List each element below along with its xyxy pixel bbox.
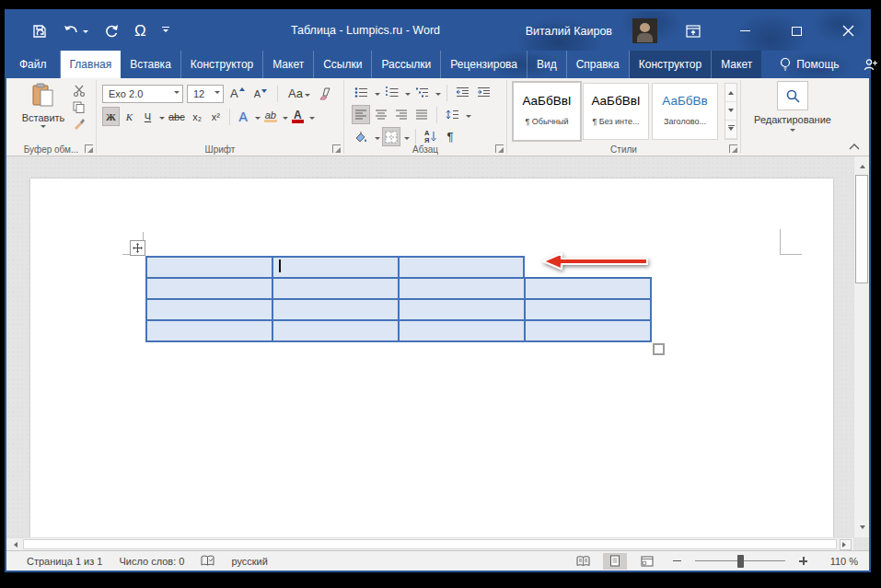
tab-layout[interactable]: Макет [263, 51, 314, 78]
clipboard-dialog-launcher[interactable] [85, 144, 93, 153]
table-move-handle[interactable] [130, 240, 145, 256]
editing-group-button[interactable]: Редактирование [741, 81, 844, 134]
shrink-font-button[interactable]: А [251, 84, 270, 103]
table-cell[interactable] [272, 256, 400, 279]
table-cell[interactable] [524, 277, 652, 300]
align-center-button[interactable] [372, 105, 390, 124]
status-word-count[interactable]: Число слов: 0 [119, 556, 184, 567]
tab-insert[interactable]: Вставка [121, 51, 181, 78]
styles-more-button[interactable] [725, 121, 736, 139]
subscript-button[interactable]: x₂ [189, 107, 206, 126]
scroll-down-button[interactable] [855, 522, 869, 536]
table-cell[interactable] [145, 277, 273, 300]
style-card-heading[interactable]: АаБбВв Заголово... [652, 83, 718, 140]
italic-button[interactable]: К [121, 107, 138, 126]
paste-button[interactable]: Вставить [19, 83, 67, 131]
table-cell[interactable] [145, 319, 273, 342]
table-cell[interactable] [272, 277, 400, 300]
numbering-dropdown-arrow[interactable] [405, 93, 411, 98]
tab-view[interactable]: Вид [527, 51, 567, 78]
underline-dropdown-arrow[interactable] [159, 117, 165, 122]
table-resize-handle[interactable] [653, 343, 665, 355]
horizontal-scrollbar[interactable] [6, 537, 853, 550]
tab-mailings[interactable]: Рассылки [372, 51, 441, 78]
multilevel-list-button[interactable] [412, 83, 432, 102]
undo-dropdown-arrow[interactable] [83, 30, 88, 36]
style-card-normal[interactable]: АаБбВвІ ¶ Обычный [514, 83, 580, 140]
align-right-button[interactable] [392, 105, 411, 124]
user-name[interactable]: Виталий Каиров [526, 25, 612, 38]
tab-table-design[interactable]: Конструктор [630, 51, 712, 78]
tab-references[interactable]: Ссылки [314, 51, 372, 78]
view-web-layout-button[interactable] [635, 553, 659, 570]
symbol-button[interactable]: Ω [134, 22, 146, 40]
font-family-select[interactable]: Exo 2.0 [102, 85, 183, 103]
status-language[interactable]: русский [231, 556, 267, 567]
scroll-right-button[interactable] [840, 539, 852, 550]
show-marks-button[interactable]: ¶ [441, 127, 458, 146]
zoom-percentage[interactable]: 110 % [821, 556, 858, 567]
font-color-button[interactable]: А [289, 107, 307, 126]
style-card-no-spacing[interactable]: АаБбВвІ ¶ Без инте... [583, 83, 649, 140]
borders-dropdown-arrow[interactable] [404, 137, 410, 143]
multilevel-dropdown-arrow[interactable] [435, 93, 441, 98]
change-case-button[interactable]: Аа [285, 84, 313, 103]
zoom-slider-handle[interactable] [737, 555, 744, 568]
sort-button[interactable]: АЯ [422, 127, 439, 146]
find-button[interactable] [777, 81, 808, 110]
view-read-mode-button[interactable] [571, 553, 595, 570]
borders-button[interactable] [382, 127, 400, 146]
underline-button[interactable]: Ч [139, 107, 156, 126]
tellme-button[interactable]: Помощь [769, 51, 850, 78]
bullets-dropdown-arrow[interactable] [375, 93, 380, 98]
text-effects-button[interactable]: А [235, 107, 252, 126]
horizontal-scrollbar-track[interactable] [23, 539, 837, 549]
text-effects-dropdown-arrow[interactable] [255, 117, 261, 122]
align-left-button[interactable] [352, 105, 370, 124]
view-print-layout-button[interactable] [603, 553, 627, 570]
table-cell[interactable] [398, 256, 525, 279]
tab-review[interactable]: Рецензирова [441, 51, 527, 78]
bold-button[interactable]: Ж [102, 107, 120, 126]
tab-help[interactable]: Справка [567, 51, 630, 78]
user-avatar[interactable] [632, 18, 657, 43]
table-cell[interactable] [145, 298, 273, 321]
editing-dropdown-arrow[interactable] [790, 129, 795, 134]
table-cell[interactable] [524, 319, 652, 342]
styles-scroll-up-button[interactable] [725, 84, 736, 102]
zoom-out-button[interactable] [673, 560, 681, 562]
paragraph-dialog-launcher[interactable] [495, 144, 504, 153]
decrease-indent-button[interactable] [453, 83, 472, 102]
minimize-button[interactable] [729, 17, 760, 45]
copy-button[interactable] [73, 101, 86, 113]
tab-design[interactable]: Конструктор [181, 51, 263, 78]
bullets-button[interactable] [352, 83, 371, 102]
tab-table-layout[interactable]: Макет [712, 51, 761, 78]
qat-customize-button[interactable] [162, 27, 169, 35]
format-painter-button[interactable] [73, 118, 86, 130]
proofing-status-icon[interactable] [201, 555, 214, 567]
zoom-slider[interactable] [695, 554, 785, 569]
zoom-in-button[interactable] [799, 557, 807, 565]
increase-indent-button[interactable] [474, 83, 493, 102]
numbering-button[interactable] [382, 83, 401, 102]
highlight-dropdown-arrow[interactable] [283, 117, 288, 122]
line-spacing-button[interactable] [443, 105, 462, 124]
clear-formatting-button[interactable] [317, 84, 336, 103]
font-dialog-launcher[interactable] [332, 144, 341, 153]
paste-dropdown-arrow[interactable] [41, 125, 46, 131]
table-cell[interactable] [398, 277, 526, 300]
table-cell[interactable] [398, 298, 526, 321]
document-page[interactable] [30, 179, 833, 537]
redo-button[interactable] [104, 24, 119, 38]
status-page-info[interactable]: Страница 1 из 1 [27, 556, 102, 567]
table-cell[interactable] [272, 319, 400, 342]
tab-file[interactable]: Файл [6, 51, 61, 78]
styles-dialog-launcher[interactable] [729, 144, 737, 153]
grow-font-button[interactable]: А [227, 84, 248, 103]
table-cell[interactable] [398, 319, 526, 342]
justify-button[interactable] [412, 105, 431, 124]
line-spacing-dropdown-arrow[interactable] [466, 115, 471, 121]
collapse-ribbon-button[interactable] [849, 141, 860, 152]
ribbon-display-options-button[interactable] [678, 17, 709, 45]
